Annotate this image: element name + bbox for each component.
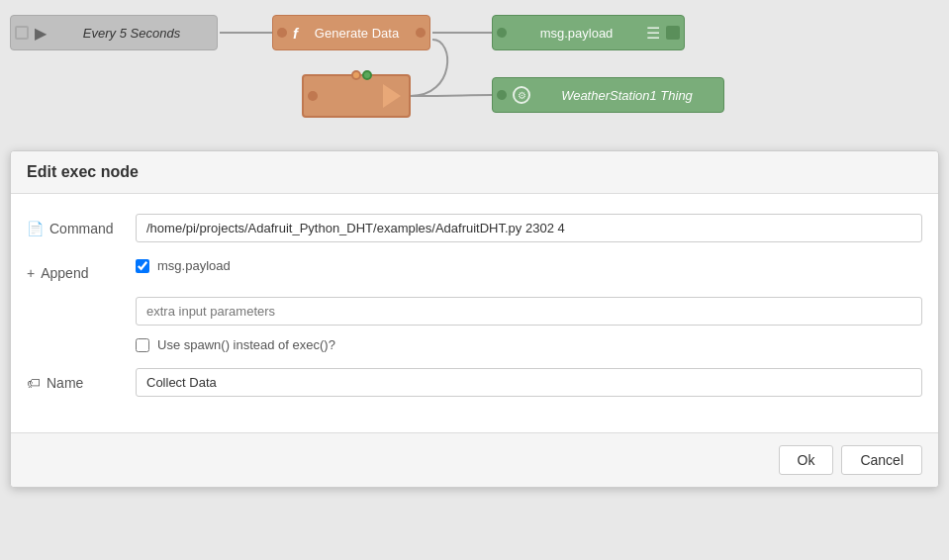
- spawn-checkbox[interactable]: [136, 338, 149, 352]
- exec-arrow-shape: [383, 84, 401, 108]
- payload-left-port: [497, 28, 507, 38]
- weather-left-port: [497, 90, 507, 100]
- payload-right-port: [666, 26, 680, 40]
- cancel-button[interactable]: Cancel: [841, 445, 922, 475]
- weather-label: WeatherStation1 Thing: [530, 88, 723, 103]
- dialog-footer: Ok Cancel: [11, 432, 938, 487]
- payload-node[interactable]: msg.payload ☰: [492, 15, 685, 50]
- append-value: msg.payload: [157, 258, 231, 273]
- name-tag-icon: 🏷: [27, 375, 41, 391]
- exec-top-dot-orange: [351, 70, 361, 80]
- command-input[interactable]: [136, 214, 922, 242]
- function-node[interactable]: f Generate Data: [272, 15, 430, 50]
- name-label: 🏷 Name: [27, 368, 136, 391]
- append-label: + Append: [27, 258, 136, 281]
- append-control: msg.payload: [136, 258, 922, 273]
- extra-input-row: [136, 297, 922, 326]
- spawn-row: Use spawn() instead of exec()?: [136, 337, 922, 352]
- command-control: [136, 214, 922, 242]
- dialog-body: 📄 Command + Append msg.payload: [11, 194, 938, 432]
- payload-menu-icon: ☰: [646, 24, 660, 43]
- name-control: [136, 368, 922, 397]
- ok-button[interactable]: Ok: [779, 445, 834, 475]
- name-input[interactable]: [136, 368, 922, 397]
- exec-top-dot-green: [362, 70, 372, 80]
- weather-node[interactable]: ⚙ WeatherStation1 Thing: [492, 77, 724, 113]
- weather-gear-icon: ⚙: [513, 86, 530, 104]
- function-right-port: [416, 28, 426, 38]
- edit-dialog: Edit exec node 📄 Command + Append msg.pa…: [10, 150, 939, 488]
- flow-canvas: ▶ Every 5 Seconds f Generate Data msg.pa…: [0, 0, 949, 153]
- command-row: 📄 Command: [27, 214, 922, 242]
- exec-right-arrow: [318, 84, 409, 108]
- payload-label: msg.payload: [507, 26, 646, 41]
- spawn-label: Use spawn() instead of exec()?: [157, 337, 335, 352]
- dialog-header: Edit exec node: [11, 151, 938, 194]
- function-left-port: [277, 28, 287, 38]
- command-label: 📄 Command: [27, 214, 136, 236]
- command-file-icon: 📄: [27, 221, 44, 236]
- exec-node[interactable]: [302, 74, 411, 118]
- append-plus-icon: +: [27, 265, 35, 281]
- inject-arrow-icon: ▶: [35, 24, 47, 43]
- dialog-title: Edit exec node: [27, 163, 922, 181]
- inject-label: Every 5 Seconds: [47, 26, 217, 41]
- function-label: Generate Data: [298, 26, 416, 41]
- extra-input[interactable]: [136, 297, 922, 326]
- exec-left-port: [308, 91, 318, 101]
- inject-left-port: [15, 26, 29, 40]
- inject-node[interactable]: ▶ Every 5 Seconds: [10, 15, 218, 50]
- append-row: + Append msg.payload: [27, 258, 922, 281]
- name-row: 🏷 Name: [27, 368, 922, 397]
- append-checkbox[interactable]: [136, 259, 149, 273]
